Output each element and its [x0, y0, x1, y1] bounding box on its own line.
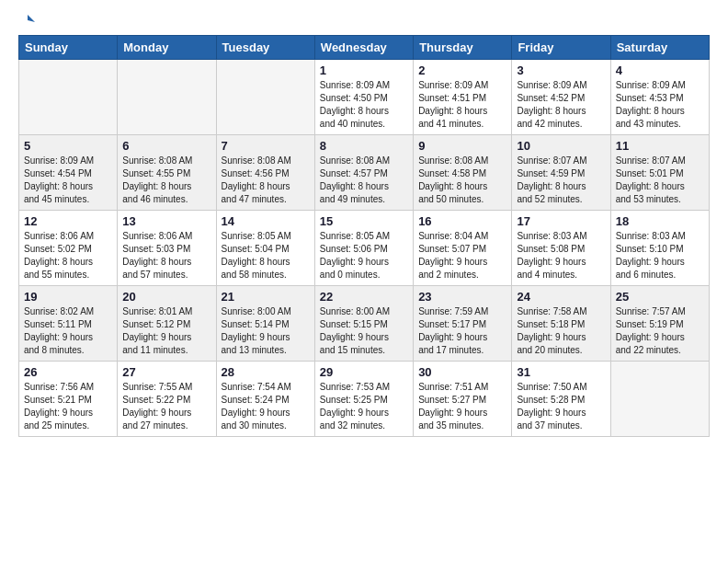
calendar-day-cell: 5Sunrise: 8:09 AMSunset: 4:54 PMDaylight…: [19, 135, 118, 211]
day-info: Sunrise: 7:53 AMSunset: 5:25 PMDaylight:…: [320, 381, 408, 432]
calendar-day-cell: 28Sunrise: 7:54 AMSunset: 5:24 PMDayligh…: [216, 362, 314, 437]
weekday-header-saturday: Saturday: [610, 36, 709, 60]
calendar-day-cell: [118, 60, 216, 135]
day-number: 23: [418, 290, 506, 304]
day-number: 11: [616, 139, 704, 153]
calendar-day-cell: 18Sunrise: 8:03 AMSunset: 5:10 PMDayligh…: [610, 211, 709, 286]
day-info: Sunrise: 8:08 AMSunset: 4:55 PMDaylight:…: [122, 155, 210, 206]
day-info: Sunrise: 8:05 AMSunset: 5:06 PMDaylight:…: [320, 230, 408, 282]
day-number: 10: [517, 139, 605, 153]
weekday-header-thursday: Thursday: [414, 36, 512, 60]
calendar-week-row: 26Sunrise: 7:56 AMSunset: 5:21 PMDayligh…: [19, 362, 710, 437]
calendar-day-cell: 26Sunrise: 7:56 AMSunset: 5:21 PMDayligh…: [19, 362, 118, 437]
weekday-header-wednesday: Wednesday: [314, 36, 413, 60]
day-number: 22: [320, 290, 408, 304]
day-number: 6: [122, 139, 210, 153]
calendar-day-cell: 7Sunrise: 8:08 AMSunset: 4:56 PMDaylight…: [216, 135, 314, 211]
calendar-week-row: 12Sunrise: 8:06 AMSunset: 5:02 PMDayligh…: [19, 211, 710, 286]
calendar-day-cell: 1Sunrise: 8:09 AMSunset: 4:50 PMDaylight…: [314, 60, 413, 135]
day-number: 9: [418, 139, 506, 153]
calendar-day-cell: 13Sunrise: 8:06 AMSunset: 5:03 PMDayligh…: [118, 211, 216, 286]
calendar-week-row: 1Sunrise: 8:09 AMSunset: 4:50 PMDaylight…: [19, 60, 710, 135]
day-number: 12: [24, 214, 112, 228]
day-number: 18: [616, 214, 704, 228]
calendar-day-cell: 6Sunrise: 8:08 AMSunset: 4:55 PMDaylight…: [118, 135, 216, 211]
day-number: 31: [517, 365, 605, 379]
day-number: 29: [320, 365, 408, 379]
calendar-table: SundayMondayTuesdayWednesdayThursdayFrid…: [18, 35, 710, 437]
day-number: 17: [517, 214, 605, 228]
day-number: 4: [616, 63, 704, 77]
day-info: Sunrise: 8:08 AMSunset: 4:58 PMDaylight:…: [418, 155, 506, 206]
calendar-day-cell: 14Sunrise: 8:05 AMSunset: 5:04 PMDayligh…: [216, 211, 314, 286]
day-number: 15: [320, 214, 408, 228]
calendar-week-row: 5Sunrise: 8:09 AMSunset: 4:54 PMDaylight…: [19, 135, 710, 211]
weekday-header-friday: Friday: [512, 36, 610, 60]
day-info: Sunrise: 8:04 AMSunset: 5:07 PMDaylight:…: [418, 230, 506, 282]
calendar-day-cell: 24Sunrise: 7:58 AMSunset: 5:18 PMDayligh…: [512, 286, 610, 362]
calendar-day-cell: [19, 60, 118, 135]
day-number: 13: [122, 214, 210, 228]
calendar-day-cell: 3Sunrise: 8:09 AMSunset: 4:52 PMDaylight…: [512, 60, 610, 135]
day-info: Sunrise: 7:56 AMSunset: 5:21 PMDaylight:…: [24, 381, 112, 432]
calendar-day-cell: [216, 60, 314, 135]
day-number: 14: [222, 214, 310, 228]
calendar-day-cell: 17Sunrise: 8:03 AMSunset: 5:08 PMDayligh…: [512, 211, 610, 286]
day-info: Sunrise: 8:03 AMSunset: 5:08 PMDaylight:…: [517, 230, 605, 282]
day-info: Sunrise: 8:08 AMSunset: 4:56 PMDaylight:…: [222, 155, 310, 206]
logo: [18, 15, 35, 26]
calendar-day-cell: 19Sunrise: 8:02 AMSunset: 5:11 PMDayligh…: [19, 286, 118, 362]
calendar-day-cell: 16Sunrise: 8:04 AMSunset: 5:07 PMDayligh…: [414, 211, 512, 286]
day-info: Sunrise: 8:03 AMSunset: 5:10 PMDaylight:…: [616, 230, 704, 282]
page-header: [18, 15, 710, 26]
calendar-day-cell: 22Sunrise: 8:00 AMSunset: 5:15 PMDayligh…: [314, 286, 413, 362]
calendar-day-cell: 30Sunrise: 7:51 AMSunset: 5:27 PMDayligh…: [414, 362, 512, 437]
day-info: Sunrise: 8:09 AMSunset: 4:54 PMDaylight:…: [24, 155, 112, 206]
day-number: 1: [320, 63, 408, 77]
day-number: 3: [517, 63, 605, 77]
day-number: 20: [122, 290, 210, 304]
day-number: 2: [418, 63, 506, 77]
day-number: 28: [222, 365, 310, 379]
calendar-day-cell: 11Sunrise: 8:07 AMSunset: 5:01 PMDayligh…: [610, 135, 709, 211]
day-info: Sunrise: 8:09 AMSunset: 4:51 PMDaylight:…: [418, 79, 506, 131]
day-info: Sunrise: 8:00 AMSunset: 5:14 PMDaylight:…: [222, 305, 310, 357]
day-number: 5: [24, 139, 112, 153]
day-info: Sunrise: 8:01 AMSunset: 5:12 PMDaylight:…: [122, 305, 210, 357]
calendar-day-cell: 27Sunrise: 7:55 AMSunset: 5:22 PMDayligh…: [118, 362, 216, 437]
day-number: 25: [616, 290, 704, 304]
calendar-day-cell: 10Sunrise: 8:07 AMSunset: 4:59 PMDayligh…: [512, 135, 610, 211]
calendar-header-row: SundayMondayTuesdayWednesdayThursdayFrid…: [19, 36, 710, 60]
calendar-day-cell: 23Sunrise: 7:59 AMSunset: 5:17 PMDayligh…: [414, 286, 512, 362]
calendar-day-cell: [610, 362, 709, 437]
calendar-day-cell: 15Sunrise: 8:05 AMSunset: 5:06 PMDayligh…: [314, 211, 413, 286]
calendar-day-cell: 20Sunrise: 8:01 AMSunset: 5:12 PMDayligh…: [118, 286, 216, 362]
day-info: Sunrise: 7:54 AMSunset: 5:24 PMDaylight:…: [222, 381, 310, 432]
day-info: Sunrise: 8:09 AMSunset: 4:53 PMDaylight:…: [616, 79, 704, 131]
day-info: Sunrise: 8:06 AMSunset: 5:03 PMDaylight:…: [122, 230, 210, 282]
day-number: 19: [24, 290, 112, 304]
day-info: Sunrise: 7:55 AMSunset: 5:22 PMDaylight:…: [122, 381, 210, 432]
day-info: Sunrise: 8:02 AMSunset: 5:11 PMDaylight:…: [24, 305, 112, 357]
day-info: Sunrise: 8:09 AMSunset: 4:50 PMDaylight:…: [320, 79, 408, 131]
day-info: Sunrise: 7:59 AMSunset: 5:17 PMDaylight:…: [418, 305, 506, 357]
day-number: 24: [517, 290, 605, 304]
calendar-day-cell: 9Sunrise: 8:08 AMSunset: 4:58 PMDaylight…: [414, 135, 512, 211]
day-number: 26: [24, 365, 112, 379]
logo-bird-icon: [20, 13, 35, 28]
calendar-day-cell: 29Sunrise: 7:53 AMSunset: 5:25 PMDayligh…: [314, 362, 413, 437]
day-number: 7: [222, 139, 310, 153]
day-info: Sunrise: 8:07 AMSunset: 5:01 PMDaylight:…: [616, 155, 704, 206]
day-info: Sunrise: 8:06 AMSunset: 5:02 PMDaylight:…: [24, 230, 112, 282]
calendar-day-cell: 12Sunrise: 8:06 AMSunset: 5:02 PMDayligh…: [19, 211, 118, 286]
weekday-header-monday: Monday: [118, 36, 216, 60]
day-number: 27: [122, 365, 210, 379]
calendar-day-cell: 31Sunrise: 7:50 AMSunset: 5:28 PMDayligh…: [512, 362, 610, 437]
day-info: Sunrise: 8:00 AMSunset: 5:15 PMDaylight:…: [320, 305, 408, 357]
day-info: Sunrise: 8:05 AMSunset: 5:04 PMDaylight:…: [222, 230, 310, 282]
day-number: 21: [222, 290, 310, 304]
calendar-day-cell: 25Sunrise: 7:57 AMSunset: 5:19 PMDayligh…: [610, 286, 709, 362]
calendar-day-cell: 4Sunrise: 8:09 AMSunset: 4:53 PMDaylight…: [610, 60, 709, 135]
day-info: Sunrise: 8:09 AMSunset: 4:52 PMDaylight:…: [517, 79, 605, 131]
calendar-day-cell: 8Sunrise: 8:08 AMSunset: 4:57 PMDaylight…: [314, 135, 413, 211]
